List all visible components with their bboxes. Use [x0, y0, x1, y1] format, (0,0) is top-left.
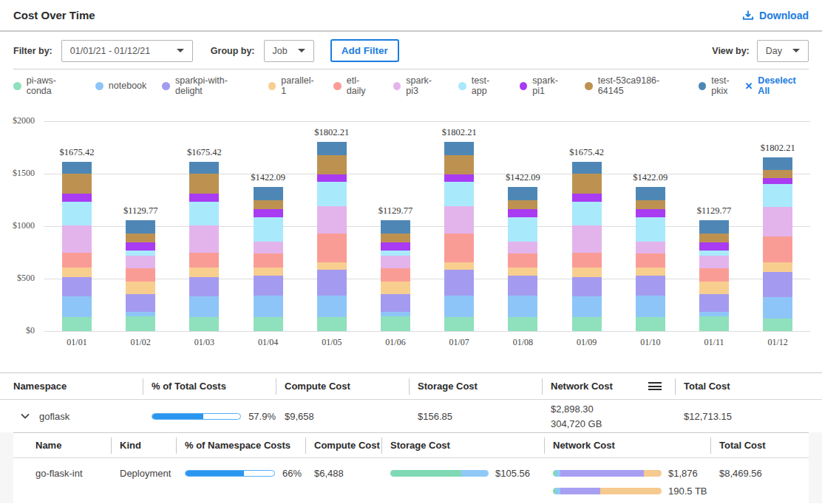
- bar-segment-parallel-1[interactable]: [317, 262, 347, 270]
- bar-segment-test-app[interactable]: [508, 217, 537, 242]
- legend-item-test-app[interactable]: test-app: [458, 75, 503, 96]
- bar-segment-spark-pi1[interactable]: [381, 242, 410, 251]
- bar-segment-test-pkix[interactable]: [763, 157, 792, 170]
- bar-segment-sparkpi-with-delight[interactable]: [381, 294, 410, 312]
- bar-segment-test-app[interactable]: [254, 217, 283, 242]
- bar-segment-test-app[interactable]: [62, 202, 92, 226]
- bar-segment-pi-aws-conda[interactable]: [508, 317, 537, 331]
- bar-segment-parallel-1[interactable]: [381, 282, 410, 294]
- bar-segment-spark-pi3[interactable]: [189, 225, 219, 253]
- bar-segment-spark-pi3[interactable]: [636, 242, 665, 254]
- bar-segment-sparkpi-with-delight[interactable]: [62, 277, 92, 296]
- bar-segment-test-app[interactable]: [572, 202, 602, 226]
- bar-segment-pi-aws-conda[interactable]: [189, 317, 219, 331]
- bar-segment-sparkpi-with-delight[interactable]: [572, 277, 602, 296]
- view-by-select[interactable]: Day: [757, 40, 809, 62]
- bar-segment-test-pkix[interactable]: [62, 162, 92, 174]
- bar-segment-test-53ca9186-64145[interactable]: [572, 174, 602, 194]
- bar-segment-spark-pi1[interactable]: [699, 242, 729, 251]
- bar-segment-test-53ca9186-64145[interactable]: [381, 234, 410, 242]
- legend-item-sparkpi-with-delight[interactable]: sparkpi-with-delight: [162, 75, 252, 96]
- bar-segment-etl-daily[interactable]: [381, 268, 410, 282]
- bar-segment-spark-pi3[interactable]: [699, 256, 729, 268]
- bar-segment-spark-pi3[interactable]: [254, 242, 283, 254]
- bar-segment-etl-daily[interactable]: [317, 234, 347, 262]
- chart-bar-01/06[interactable]: [381, 220, 410, 331]
- bar-segment-sparkpi-with-delight[interactable]: [444, 270, 474, 296]
- bar-segment-test-pkix[interactable]: [636, 187, 665, 200]
- bar-segment-parallel-1[interactable]: [126, 282, 155, 294]
- bar-segment-test-53ca9186-64145[interactable]: [126, 234, 155, 242]
- bar-segment-etl-daily[interactable]: [189, 253, 219, 268]
- bar-segment-spark-pi3[interactable]: [62, 225, 92, 253]
- bar-segment-test-pkix[interactable]: [699, 220, 729, 234]
- bar-segment-spark-pi1[interactable]: [126, 242, 155, 251]
- bar-segment-spark-pi3[interactable]: [572, 225, 602, 253]
- bar-segment-test-53ca9186-64145[interactable]: [636, 200, 665, 209]
- legend-item-notebook[interactable]: notebook: [95, 81, 146, 91]
- bar-segment-sparkpi-with-delight[interactable]: [508, 276, 537, 296]
- chart-bar-01/02[interactable]: [126, 220, 155, 331]
- legend-item-spark-pi3[interactable]: spark-pi3: [393, 75, 444, 96]
- bar-segment-spark-pi3[interactable]: [763, 207, 792, 236]
- group-by-select[interactable]: Job: [264, 40, 314, 62]
- chart-bar-01/11[interactable]: [699, 220, 729, 331]
- bar-segment-etl-daily[interactable]: [699, 268, 729, 282]
- bar-segment-notebook[interactable]: [508, 296, 537, 317]
- bar-segment-spark-pi1[interactable]: [254, 209, 283, 217]
- bar-segment-sparkpi-with-delight[interactable]: [126, 294, 155, 312]
- bar-segment-test-53ca9186-64145[interactable]: [699, 234, 729, 242]
- bar-segment-spark-pi3[interactable]: [126, 256, 155, 268]
- bar-segment-parallel-1[interactable]: [572, 268, 602, 277]
- bar-segment-parallel-1[interactable]: [508, 268, 537, 276]
- bar-segment-sparkpi-with-delight[interactable]: [317, 270, 347, 296]
- bar-segment-pi-aws-conda[interactable]: [126, 316, 155, 331]
- legend-item-test-53ca9186-64145[interactable]: test-53ca9186-64145: [585, 75, 682, 96]
- bar-segment-spark-pi3[interactable]: [317, 206, 347, 234]
- bar-segment-test-53ca9186-64145[interactable]: [444, 155, 474, 174]
- bar-segment-etl-daily[interactable]: [572, 253, 602, 268]
- bar-segment-spark-pi1[interactable]: [763, 178, 792, 184]
- bar-segment-pi-aws-conda[interactable]: [572, 317, 602, 331]
- legend-item-etl-daily[interactable]: etl-daily: [333, 75, 377, 96]
- bar-segment-pi-aws-conda[interactable]: [444, 317, 474, 331]
- bar-segment-sparkpi-with-delight[interactable]: [254, 276, 283, 296]
- bar-segment-pi-aws-conda[interactable]: [254, 317, 283, 331]
- bar-segment-test-53ca9186-64145[interactable]: [508, 200, 537, 209]
- bar-segment-spark-pi3[interactable]: [381, 256, 410, 268]
- bar-segment-spark-pi1[interactable]: [317, 174, 347, 182]
- chart-bar-01/12[interactable]: [763, 157, 792, 331]
- bar-segment-test-53ca9186-64145[interactable]: [317, 155, 347, 174]
- bar-segment-test-app[interactable]: [189, 202, 219, 226]
- chart-bar-01/09[interactable]: [572, 162, 602, 331]
- bar-segment-notebook[interactable]: [317, 296, 347, 317]
- bar-segment-notebook[interactable]: [254, 296, 283, 317]
- bar-segment-test-pkix[interactable]: [189, 162, 219, 174]
- bar-segment-notebook[interactable]: [636, 296, 665, 317]
- chevron-down-icon[interactable]: [21, 413, 30, 419]
- bar-segment-sparkpi-with-delight[interactable]: [189, 277, 219, 296]
- bar-segment-test-app[interactable]: [126, 251, 155, 256]
- add-filter-button[interactable]: Add Filter: [330, 39, 399, 62]
- chart-bar-01/05[interactable]: [317, 142, 347, 331]
- bar-segment-test-pkix[interactable]: [508, 187, 537, 200]
- bar-segment-test-53ca9186-64145[interactable]: [189, 174, 219, 194]
- bar-segment-parallel-1[interactable]: [636, 268, 665, 276]
- bar-segment-test-pkix[interactable]: [572, 162, 602, 174]
- bar-segment-sparkpi-with-delight[interactable]: [763, 272, 792, 297]
- bar-segment-etl-daily[interactable]: [444, 234, 474, 262]
- bar-segment-pi-aws-conda[interactable]: [763, 319, 792, 331]
- bar-segment-pi-aws-conda[interactable]: [381, 316, 410, 331]
- bar-segment-spark-pi1[interactable]: [508, 209, 537, 217]
- chart-bar-01/07[interactable]: [444, 142, 474, 331]
- bar-segment-etl-daily[interactable]: [636, 253, 665, 268]
- bar-segment-test-app[interactable]: [636, 217, 665, 242]
- legend-item-spark-pi1[interactable]: spark-pi1: [520, 75, 570, 96]
- bar-segment-test-app[interactable]: [699, 251, 729, 256]
- bar-segment-notebook[interactable]: [572, 296, 602, 317]
- bar-segment-parallel-1[interactable]: [444, 262, 474, 270]
- legend-item-test-pkix[interactable]: test-pkix: [699, 75, 745, 96]
- deselect-all-button[interactable]: ✕ Deselect All: [744, 75, 809, 96]
- bar-segment-sparkpi-with-delight[interactable]: [636, 276, 665, 296]
- bar-segment-parallel-1[interactable]: [62, 268, 92, 277]
